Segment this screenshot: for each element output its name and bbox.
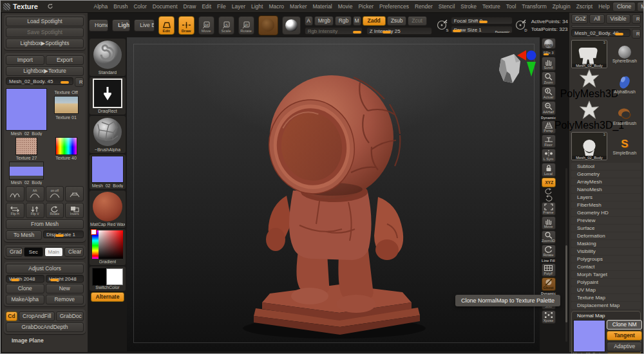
clear-button[interactable]: Clear [64, 247, 84, 257]
menu-item[interactable]: File [214, 2, 229, 11]
texture-off-label[interactable]: Texture Off [54, 89, 78, 95]
home-page-button[interactable]: Home Page [89, 19, 108, 32]
bpr-render-button[interactable]: BPR [542, 38, 556, 49]
scroll-button[interactable]: Scroll [542, 57, 556, 71]
flip-h-button[interactable]: Flip H [6, 203, 24, 218]
current-texture-cell[interactable]: Mesh_02_Body [6, 88, 47, 136]
tool-section-row[interactable]: Surface [571, 225, 641, 232]
cd-button[interactable]: Cd [6, 312, 17, 321]
grad-button[interactable]: Grad [6, 247, 23, 257]
persp-button[interactable]: Persp [542, 120, 556, 134]
lightbox-tools-button[interactable]: Lightbox▶Tools [571, 25, 641, 28]
tool-item-spherebrush[interactable]: SphereBrush [612, 46, 637, 63]
make-polymesh3d-button[interactable]: Make PolyMesh3D [637, 2, 644, 12]
normal-map-title[interactable]: Normal Map [573, 313, 639, 319]
rotate-texture-button[interactable]: Rotate [46, 203, 64, 218]
menu-item[interactable]: Tool [503, 2, 519, 11]
right-scrollbar[interactable] [565, 168, 567, 342]
zadd-button[interactable]: Zadd [363, 16, 386, 26]
menu-item[interactable]: Help [596, 2, 612, 11]
zoom-button[interactable]: Zoom [542, 71, 556, 86]
import-button[interactable]: Import [6, 55, 44, 65]
current-material-button[interactable] [258, 15, 278, 35]
menu-item[interactable]: Color [131, 2, 149, 11]
menu-item[interactable]: Material [310, 2, 335, 11]
disp-scale-slider[interactable]: Disp Scale 1 [43, 230, 84, 238]
menu-item[interactable]: Texture [479, 2, 503, 11]
tool-section-row[interactable]: Preview [571, 217, 641, 224]
tool-item-eraserbrush[interactable]: EraserBrush [613, 107, 636, 126]
grab-doc-and-depth-button[interactable]: GrabDocAndDepth [6, 322, 84, 332]
tool-section-row[interactable]: Contact [571, 263, 641, 270]
draw-size-slider[interactable]: Draw Size 1 Dynamic [451, 26, 513, 33]
invers-button[interactable]: Invers [65, 203, 84, 218]
from-mesh-button[interactable]: From Mesh [6, 219, 84, 229]
gradient-curve-button[interactable] [6, 186, 24, 201]
menu-item[interactable]: Preferences [377, 2, 412, 11]
load-spotlight-button[interactable]: Load Spotlight [6, 17, 84, 26]
normal-map-swatch[interactable] [573, 320, 605, 352]
all-button[interactable]: All [589, 14, 605, 24]
make-alpha-button[interactable]: MakeAlpha [6, 295, 44, 304]
ghost-button[interactable]: Ghost [542, 277, 556, 291]
move-mode-button[interactable]: M Move [198, 16, 214, 35]
actual-button[interactable]: Actual [542, 86, 556, 100]
menu-item[interactable]: Movie [335, 2, 355, 11]
current-brush-item[interactable]: Standard [90, 39, 126, 76]
palette-refresh-icon[interactable] [47, 3, 53, 10]
texture-01-thumb[interactable] [54, 96, 79, 114]
onoff-curve-button[interactable]: on off [46, 186, 64, 201]
xpose-button[interactable]: Xpose [542, 310, 556, 324]
lightbox-spotlights-button[interactable]: Lightbox▶Spotlights [6, 39, 84, 48]
tool-section-row[interactable]: ArrayMesh [571, 178, 641, 185]
current-color-button[interactable] [282, 16, 301, 35]
tool-section-row[interactable]: Masking [571, 240, 641, 247]
scale-mode-button[interactable]: S Scale [218, 16, 234, 35]
orbit-icon-1[interactable] [544, 188, 553, 194]
menu-item[interactable]: Edit [199, 2, 214, 11]
grab-doc-button[interactable]: GrabDoc [56, 312, 84, 321]
tool-section-row[interactable]: Subtool [571, 163, 641, 170]
flip-v-button[interactable]: Flip V [26, 203, 44, 218]
menu-item[interactable]: Zscript [573, 2, 596, 11]
zsub-button[interactable]: Zsub [387, 16, 406, 26]
tool-section-row[interactable]: UV Map [571, 286, 641, 293]
visible-button[interactable]: Visible [606, 14, 630, 24]
tool-section-row[interactable]: Morph Target [571, 271, 641, 278]
rgb-intensity-slider[interactable]: Rgb Intensity [305, 27, 363, 35]
menu-item[interactable]: Light [249, 2, 266, 11]
image-plane-item[interactable]: Image Plane [4, 337, 86, 344]
mrgb-button[interactable]: Mrgb [314, 16, 334, 26]
menu-item[interactable]: Stencil [435, 2, 458, 11]
tool-section-row[interactable]: NanoMesh [571, 186, 641, 193]
menu-item[interactable]: Zplugin [549, 2, 573, 11]
switch-color-icon[interactable] [92, 268, 123, 284]
color-picker-icon[interactable] [92, 230, 123, 259]
palette-thumbnail-icon[interactable] [3, 3, 10, 10]
tool-item-body[interactable]: 3 Mesh_02_Body [571, 40, 607, 68]
axis-gizmo[interactable] [517, 50, 538, 78]
tool-section-row[interactable]: Geometry HD [571, 209, 641, 216]
texture-40-thumb[interactable] [55, 137, 77, 155]
lsym-button[interactable]: L.Sym [542, 149, 556, 162]
live-boolean-button[interactable]: Live Boolean [134, 19, 154, 32]
m-button[interactable]: M [353, 16, 361, 26]
mesh-texture-thumb[interactable] [9, 162, 44, 180]
menu-item[interactable]: Brush [111, 2, 131, 11]
current-stroke-item[interactable]: DragRect [90, 77, 126, 115]
focal-shift-slider[interactable]: Focal Shift 0 [451, 17, 513, 24]
local-button[interactable]: Local [542, 163, 556, 177]
menu-item[interactable]: Stroke [458, 2, 480, 11]
width-slider[interactable]: Width 2048 [6, 275, 44, 283]
saturation-square[interactable] [99, 230, 123, 259]
alternate-button[interactable]: Alternate [91, 292, 124, 302]
frame-button[interactable]: Frame [542, 202, 556, 216]
new-texture-button[interactable]: New [46, 284, 84, 293]
remove-texture-button[interactable]: Remove [46, 295, 84, 304]
texture-r-button[interactable]: R [75, 77, 84, 87]
clone-texture-button[interactable]: Clone [6, 284, 44, 293]
switch-color-item[interactable]: SwitchColor [90, 266, 126, 291]
rgb-button[interactable]: Rgb [335, 16, 352, 26]
current-alpha-item[interactable]: ~BrushAlpha [90, 116, 126, 153]
tool-r-button[interactable]: R [632, 29, 641, 39]
